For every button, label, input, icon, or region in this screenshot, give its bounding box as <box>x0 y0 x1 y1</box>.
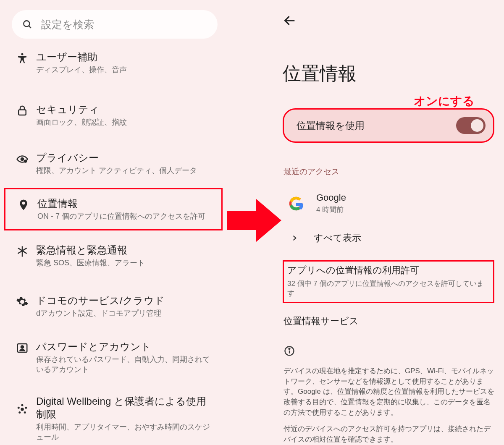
recent-app-time: 4 時間前 <box>316 205 346 215</box>
annotation-enable-text: オンにする <box>414 93 475 109</box>
svg-point-2 <box>21 53 24 55</box>
item-title: パスワードとアカウント <box>36 340 214 353</box>
lock-icon <box>16 105 29 117</box>
settings-item-emergency[interactable]: 緊急情報と緊急通報 緊急 SOS、医療情報、アラート <box>4 239 223 272</box>
settings-item-security[interactable]: セキュリティ 画面ロック、顔認証、指紋 <box>4 99 223 132</box>
settings-list-screen: 設定を検索 ユーザー補助 ディスプレイ、操作、音声 セキュリティ 画面ロック、顔… <box>4 4 223 441</box>
settings-item-docomo[interactable]: ドコモのサービス/クラウド dアカウント設定、ドコモアプリ管理 <box>4 290 223 323</box>
svg-point-4 <box>21 158 24 160</box>
gear-icon <box>16 296 29 308</box>
privacy-eye-icon <box>16 153 29 165</box>
item-sub: ON - 7 個のアプリに位置情報へのアクセスを許可 <box>37 212 213 221</box>
svg-point-17 <box>289 348 290 349</box>
item-title: 緊急情報と緊急通報 <box>36 243 214 257</box>
item-title: Digital Wellbeing と保護者による使用制限 <box>36 395 214 421</box>
svg-point-13 <box>18 411 21 414</box>
app-perm-sub: 32 個中 7 個のアプリに位置情報へのアクセスを許可しています <box>287 279 490 298</box>
search-bar[interactable]: 設定を検索 <box>12 10 218 39</box>
location-settings-screen: 位置情報 オンにする 位置情報を使用 最近のアクセス Google 4 時間前 … <box>279 4 498 441</box>
item-sub: 利用時間、アプリタイマー、おやすみ時間のスケジュール <box>36 422 214 442</box>
page-title: 位置情報 <box>283 61 357 86</box>
svg-point-14 <box>18 407 20 409</box>
settings-item-accessibility[interactable]: ユーザー補助 ディスプレイ、操作、音声 <box>4 46 223 79</box>
settings-item-location[interactable]: 位置情報 ON - 7 個のアプリに位置情報へのアクセスを許可 <box>4 188 223 230</box>
item-sub: 緊急 SOS、医療情報、アラート <box>36 258 214 268</box>
item-sub: 保存されているパスワード、自動入力、同期されているアカウント <box>36 355 214 374</box>
settings-item-passwords[interactable]: パスワードとアカウント 保存されているパスワード、自動入力、同期されているアカウ… <box>4 336 223 379</box>
accessibility-icon <box>16 52 29 65</box>
info-paragraph-1: デバイスの現在地を推定するために、GPS、Wi-Fi、モバイルネットワーク、セン… <box>284 366 495 418</box>
search-placeholder: 設定を検索 <box>41 18 94 31</box>
search-icon <box>22 19 33 30</box>
item-title: 位置情報 <box>37 197 213 210</box>
item-title: プライバシー <box>36 151 214 164</box>
app-location-permission-row[interactable]: アプリへの位置情報の利用許可 32 個中 7 個のアプリに位置情報へのアクセスを… <box>283 260 494 303</box>
info-paragraph-2: 付近のデバイスへのアクセス許可を持つアプリは、接続されたデバイスの相対位置を確認… <box>284 424 495 445</box>
switch-knob <box>471 119 483 132</box>
settings-item-privacy[interactable]: プライバシー 権限、アカウント アクティビティ、個人データ <box>4 147 223 180</box>
svg-point-10 <box>21 404 24 406</box>
svg-line-1 <box>29 26 31 28</box>
item-title: ドコモのサービス/クラウド <box>36 294 214 307</box>
svg-point-11 <box>25 407 27 409</box>
settings-item-digital-wellbeing[interactable]: Digital Wellbeing と保護者による使用制限 利用時間、アプリタイ… <box>4 390 223 445</box>
item-title: セキュリティ <box>36 103 214 116</box>
chevron-right-icon <box>291 235 298 241</box>
svg-point-8 <box>21 346 24 348</box>
svg-rect-6 <box>25 161 26 162</box>
use-location-toggle-card[interactable]: 位置情報を使用 <box>283 108 494 143</box>
item-sub: ディスプレイ、操作、音声 <box>36 65 214 75</box>
item-title: ユーザー補助 <box>36 50 214 63</box>
item-sub: 権限、アカウント アクティビティ、個人データ <box>36 166 214 175</box>
recent-app-name: Google <box>316 192 346 203</box>
info-icon <box>284 345 295 357</box>
show-all-row[interactable]: すべて表示 <box>283 232 494 244</box>
recent-app-google[interactable]: Google 4 時間前 <box>283 192 494 215</box>
location-switch[interactable] <box>456 117 486 134</box>
google-logo-icon <box>289 196 304 211</box>
show-all-label: すべて表示 <box>314 232 361 244</box>
wellbeing-icon <box>16 403 29 416</box>
guide-arrow-icon <box>227 197 281 243</box>
toggle-label: 位置情報を使用 <box>297 119 456 132</box>
back-icon[interactable] <box>283 13 297 28</box>
recent-access-header: 最近のアクセス <box>284 166 339 177</box>
item-sub: dアカウント設定、ドコモアプリ管理 <box>36 309 214 318</box>
svg-point-0 <box>24 21 29 26</box>
svg-rect-3 <box>18 110 26 115</box>
svg-point-12 <box>24 411 26 414</box>
item-sub: 画面ロック、顔認証、指紋 <box>36 118 214 127</box>
svg-point-9 <box>21 408 24 411</box>
app-perm-title: アプリへの位置情報の利用許可 <box>287 264 490 277</box>
location-services-row[interactable]: 位置情報サービス <box>284 315 359 327</box>
location-pin-icon <box>17 199 30 211</box>
account-icon <box>16 342 29 354</box>
asterisk-icon <box>16 245 29 258</box>
